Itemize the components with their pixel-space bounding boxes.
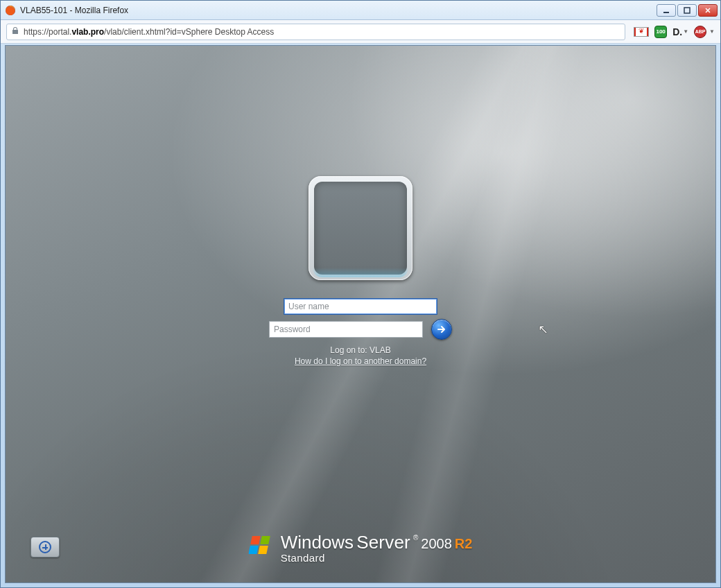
brand-r2: R2 xyxy=(455,537,473,551)
login-background: Log on to: VLAB How do I log on to anoth… xyxy=(6,46,715,582)
d-menu-label: D. xyxy=(672,26,682,37)
canada-flag-icon[interactable] xyxy=(634,27,649,37)
password-input[interactable] xyxy=(269,321,423,338)
other-domain-link[interactable]: How do I log on to another domain? xyxy=(295,356,426,366)
svg-rect-5 xyxy=(249,546,259,554)
url-host: vlab.pro xyxy=(71,27,104,37)
brand-windows: Windows xyxy=(281,533,354,551)
svg-rect-1 xyxy=(663,12,669,13)
logon-to-label: Log on to: VLAB xyxy=(330,345,390,355)
cursor-icon: ↖ xyxy=(538,322,548,337)
url-text: https://portal.vlab.pro/vlab/client.xhtm… xyxy=(24,27,274,37)
maximize-icon xyxy=(684,7,690,14)
url-host-pre: portal. xyxy=(49,27,71,37)
window-title: VLAB55-101 - Mozilla Firefox xyxy=(20,6,657,15)
close-icon xyxy=(704,7,711,14)
chevron-down-icon: ▼ xyxy=(709,28,715,35)
firefox-window: VLAB55-101 - Mozilla Firefox https://por… xyxy=(0,0,721,588)
accessibility-icon xyxy=(39,541,51,553)
url-path: /vlab/client.xhtml?id=vSphere Desktop Ac… xyxy=(104,27,274,37)
os-branding: Windows Server® 2008 R2 Standard xyxy=(249,533,473,563)
brand-text: Windows Server® 2008 R2 Standard xyxy=(281,533,473,563)
username-input[interactable] xyxy=(284,298,437,315)
minimize-button[interactable] xyxy=(657,4,676,17)
d-menu-button[interactable]: D. ▼ xyxy=(672,26,688,37)
user-avatar-icon xyxy=(314,182,407,275)
brand-server: Server xyxy=(356,533,410,551)
toolbar-addons: 100 D. ▼ ABP ▼ xyxy=(628,26,715,38)
shield-badge-icon[interactable]: 100 xyxy=(654,26,667,38)
login-panel: Log on to: VLAB How do I log on to anoth… xyxy=(257,176,464,366)
abp-badge-icon[interactable]: ABP xyxy=(694,26,706,38)
url-scheme: https:// xyxy=(24,27,49,37)
brand-registered: ® xyxy=(413,535,418,542)
minimize-icon xyxy=(663,7,670,14)
close-button[interactable] xyxy=(698,4,718,17)
user-avatar-frame xyxy=(309,176,412,280)
svg-rect-2 xyxy=(684,8,690,13)
windows-logo-icon xyxy=(249,533,274,558)
logon-to-prefix: Log on to: xyxy=(330,345,370,355)
svg-rect-4 xyxy=(260,536,270,544)
browser-toolbar: https://portal.vlab.pro/vlab/client.xhtm… xyxy=(1,20,720,44)
window-controls xyxy=(657,4,718,17)
chevron-down-icon: ▼ xyxy=(683,28,688,35)
remote-viewport: Log on to: VLAB How do I log on to anoth… xyxy=(5,45,716,583)
maximize-button[interactable] xyxy=(677,4,697,17)
address-bar[interactable]: https://portal.vlab.pro/vlab/client.xhtm… xyxy=(6,24,625,40)
submit-button[interactable] xyxy=(431,319,452,340)
titlebar: VLAB55-101 - Mozilla Firefox xyxy=(1,1,720,20)
brand-edition: Standard xyxy=(281,553,473,563)
ease-of-access-button[interactable] xyxy=(31,537,60,557)
lock-icon xyxy=(11,26,19,37)
svg-rect-3 xyxy=(250,536,261,544)
logon-domain: VLAB xyxy=(370,345,391,355)
password-row xyxy=(269,319,452,344)
arrow-right-icon xyxy=(436,324,447,335)
svg-rect-6 xyxy=(258,546,268,554)
brand-year: 2008 xyxy=(421,537,452,551)
firefox-icon xyxy=(5,5,16,16)
